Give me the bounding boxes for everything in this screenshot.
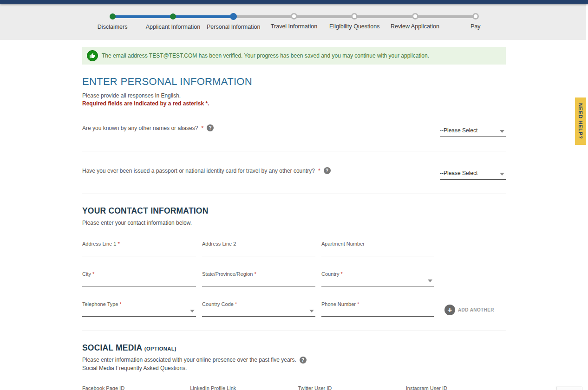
address-line-1-field-wrap: Address Line 1 * <box>82 241 196 256</box>
progress-header: Disclaimers Applicant Information Person… <box>0 4 588 40</box>
address-line-2-input[interactable] <box>202 248 315 255</box>
help-icon[interactable]: ? <box>207 124 214 131</box>
aliases-select[interactable]: --Please Select <box>440 124 506 137</box>
contact-section-title: YOUR CONTACT INFORMATION <box>82 206 506 216</box>
social-media-section: SOCIAL MEDIA (OPTIONAL) Please enter inf… <box>82 343 506 390</box>
step-label: Travel Information <box>271 23 317 30</box>
required-asterisk: * <box>120 301 122 307</box>
linkedin-field-wrap: LinkedIn Profile Link <box>190 385 290 390</box>
step-label: Applicant Information <box>146 24 200 30</box>
address-line-1-label: Address Line 1 * <box>82 241 120 247</box>
banner-message: The email address TEST@TEST.COM has been… <box>102 52 429 59</box>
instagram-field-wrap: Instagram User ID <box>406 385 506 390</box>
city-row: City * State/Province/Region * Country * <box>82 271 506 286</box>
step-dot-upcoming-icon <box>351 13 358 20</box>
progress-step-personal-information[interactable]: Personal Information <box>203 13 264 30</box>
twitter-field-wrap: Twitter User ID <box>298 385 398 390</box>
corner-widget <box>556 387 582 390</box>
chevron-down-icon <box>309 310 314 312</box>
step-dot-upcoming-icon <box>412 13 418 20</box>
state-field-wrap: State/Province/Region * <box>202 271 315 286</box>
question-label: Have you ever been issued a passport or … <box>82 167 331 174</box>
chevron-down-icon <box>190 310 195 312</box>
state-label: State/Province/Region * <box>202 271 256 277</box>
step-dot-complete-icon <box>170 13 176 20</box>
address-line-2-label: Address Line 2 <box>202 241 236 247</box>
apartment-number-label: Apartment Number <box>321 241 365 247</box>
step-label: Personal Information <box>207 24 260 30</box>
country-select[interactable]: Country * <box>321 271 434 286</box>
other-passport-select[interactable]: --Please Select <box>440 167 506 180</box>
progress-step-travel-information[interactable]: Travel Information <box>264 13 324 30</box>
thumbs-up-icon <box>87 50 98 61</box>
telephone-type-label: Telephone Type * <box>82 301 122 307</box>
help-icon[interactable]: ? <box>324 167 331 174</box>
step-dot-complete-icon <box>110 13 116 20</box>
progress-step-pay[interactable]: Pay <box>445 13 506 30</box>
address-row: Address Line 1 * Address Line 2 Apartmen… <box>82 241 506 256</box>
step-label: Pay <box>470 23 481 30</box>
top-navy-bar <box>0 0 588 4</box>
step-dot-upcoming-icon <box>472 13 479 20</box>
email-verified-banner: The email address TEST@TEST.COM has been… <box>82 47 506 65</box>
help-icon[interactable]: ? <box>300 357 307 364</box>
linkedin-label: LinkedIn Profile Link <box>190 385 236 390</box>
apartment-number-field-wrap: Apartment Number <box>321 241 434 256</box>
chevron-down-icon <box>500 173 504 176</box>
address-line-1-input[interactable] <box>82 248 196 255</box>
telephone-type-select[interactable]: Telephone Type * <box>82 301 196 317</box>
facebook-label: Facebook Page ID <box>82 385 124 390</box>
progress-step-disclaimers[interactable]: Disclaimers <box>82 13 143 30</box>
plus-icon: + <box>444 305 455 315</box>
add-another-phone-button[interactable]: + ADD ANOTHER <box>444 305 506 315</box>
address-line-2-field-wrap: Address Line 2 <box>202 241 315 256</box>
facebook-field-wrap: Facebook Page ID <box>82 385 182 390</box>
city-input[interactable] <box>82 279 196 286</box>
question-row-aliases: Are you known by any other names or alia… <box>82 107 506 151</box>
step-dot-current-icon <box>230 13 237 20</box>
optional-tag: (OPTIONAL) <box>144 346 176 351</box>
progress-step-applicant-information[interactable]: Applicant Information <box>143 13 203 30</box>
main-content: The email address TEST@TEST.COM has been… <box>82 47 506 390</box>
city-field-wrap: City * <box>82 271 196 286</box>
right-edge-gutter <box>586 0 588 390</box>
progress-stepper: Disclaimers Applicant Information Person… <box>82 4 506 30</box>
step-label: Eligibility Questions <box>329 23 379 30</box>
chevron-down-icon <box>500 130 504 133</box>
social-ids-row: Facebook Page ID LinkedIn Profile Link T… <box>82 385 506 390</box>
english-note: Please provide all responses in English. <box>82 92 506 99</box>
required-asterisk: * <box>255 271 256 277</box>
phone-number-input[interactable] <box>321 309 434 316</box>
phone-number-field-wrap: Phone Number * <box>321 301 434 317</box>
progress-step-review-application[interactable]: Review Application <box>385 13 445 30</box>
country-code-select[interactable]: Country Code * <box>202 301 315 317</box>
apartment-number-input[interactable] <box>321 248 434 255</box>
required-fields-note: Required fields are indicated by a red a… <box>82 100 506 107</box>
social-faq-link[interactable]: Social Media Frequently Asked Questions. <box>82 365 506 371</box>
page-title: ENTER PERSONAL INFORMATION <box>82 76 506 88</box>
step-label: Review Application <box>391 23 439 30</box>
progress-step-eligibility-questions[interactable]: Eligibility Questions <box>324 13 385 30</box>
question-row-other-passport: Have you ever been issued a passport or … <box>82 151 506 194</box>
country-label: Country * <box>321 271 343 277</box>
required-asterisk: * <box>118 241 119 247</box>
required-asterisk: * <box>318 168 320 174</box>
contact-section: YOUR CONTACT INFORMATION Please enter yo… <box>82 206 506 331</box>
social-media-title: SOCIAL MEDIA (OPTIONAL) <box>82 343 506 353</box>
twitter-label: Twitter User ID <box>298 385 332 390</box>
required-asterisk: * <box>235 301 237 307</box>
required-asterisk: * <box>357 301 359 307</box>
required-asterisk: * <box>201 125 203 131</box>
phone-row: Telephone Type * Country Code * Phone Nu… <box>82 301 506 317</box>
country-code-label: Country Code * <box>202 301 237 307</box>
need-help-tab[interactable]: NEED HELP? <box>575 98 586 145</box>
social-intro: Please enter information associated with… <box>82 357 506 364</box>
required-asterisk: * <box>92 271 94 277</box>
chevron-down-icon <box>428 280 432 282</box>
step-dot-upcoming-icon <box>291 13 297 20</box>
instagram-label: Instagram User ID <box>406 385 447 390</box>
required-asterisk: * <box>341 271 343 277</box>
state-input[interactable] <box>202 279 315 286</box>
phone-number-label: Phone Number * <box>321 301 359 307</box>
question-label: Are you known by any other names or alia… <box>82 124 214 131</box>
